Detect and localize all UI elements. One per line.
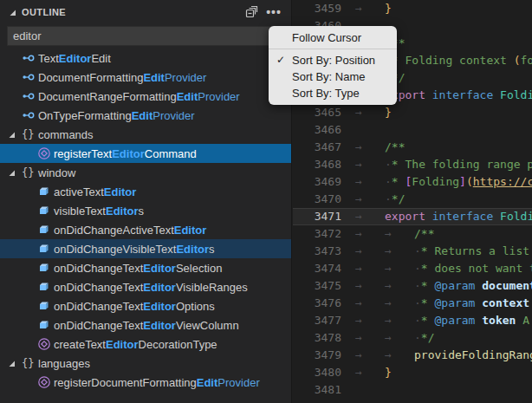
symbol-interface-icon	[22, 89, 38, 103]
more-actions-icon[interactable]: •••	[265, 4, 282, 20]
code-line-content: →→·* Returns a list of folding ranges or…	[355, 243, 532, 260]
menu-item-sort-by-name[interactable]: Sort By: Name	[269, 68, 397, 85]
tab-whitespace-icon: →	[355, 243, 385, 260]
tree-item-label: activeTextEditor	[54, 185, 136, 198]
tab-whitespace-icon: →	[355, 104, 385, 121]
menu-separator	[269, 49, 397, 49]
tree-item-ondidchangetexteditoroptions[interactable]: onDidChangeTextEditorOptions	[0, 296, 291, 315]
tree-item-ontypeformattingeditprovider[interactable]: OnTypeFormattingEditProvider	[0, 106, 291, 125]
code-line[interactable]: 3476→→·* @param context Additional	[293, 295, 532, 312]
code-line[interactable]: 3469→·* [Folding](https://code.visualstu…	[293, 173, 532, 191]
tab-whitespace-icon: →	[385, 347, 414, 364]
code-line[interactable]: 3467→/**	[293, 139, 532, 156]
symbol-method-icon	[37, 337, 54, 351]
symbol-namespace-icon: {}	[22, 166, 38, 179]
tree-item-createtexteditordecorationtype[interactable]: createTextEditorDecorationType	[0, 335, 291, 354]
outline-filter-input[interactable]	[7, 26, 284, 46]
code-line[interactable]: 3466	[293, 121, 532, 139]
tab-whitespace-icon: →	[355, 329, 385, 347]
tree-item-activetexteditor[interactable]: activeTextEditor	[0, 182, 291, 201]
symbol-field-icon	[37, 299, 54, 313]
collapse-all-icon[interactable]	[243, 4, 260, 20]
tree-item-documentformattingeditprovider[interactable]: DocumentFormattingEditProvider	[0, 68, 291, 87]
code-line[interactable]: 3473→→·* Returns a list of folding range…	[293, 243, 532, 260]
tree-item-window[interactable]: {}window	[0, 163, 291, 182]
code-line[interactable]: 3474→→·* does not want to participate or…	[293, 260, 532, 277]
tree-item-languages[interactable]: {}languages	[0, 354, 291, 373]
menu-item-sort-by-position[interactable]: ✓Sort By: Position	[269, 52, 397, 68]
line-number: 3471	[298, 208, 341, 225]
tab-whitespace-icon: →	[355, 208, 385, 225]
tab-whitespace-icon: →	[385, 277, 414, 295]
tree-item-ondidchangeactivetexteditor[interactable]: onDidChangeActiveTextEditor	[0, 220, 291, 239]
symbol-interface-icon	[22, 51, 38, 65]
tree-item-ondidchangevisibletexteditors[interactable]: onDidChangeVisibleTextEditors	[0, 239, 291, 258]
symbol-interface-icon	[22, 108, 38, 122]
menu-item-sort-by-type[interactable]: Sort By: Type	[269, 85, 397, 101]
tree-item-visibletexteditors[interactable]: visibleTextEditors	[0, 201, 291, 220]
code-line[interactable]: 3477→→·* @param token A cancellation	[293, 312, 532, 329]
code-line-content: →}	[355, 104, 392, 121]
tree-item-label: registerDocumentFormattingEditProvider	[54, 376, 260, 389]
tab-whitespace-icon: →	[355, 191, 385, 208]
symbol-method-icon	[37, 375, 54, 389]
tree-item-documentrangeformattingeditprovider[interactable]: DocumentRangeFormattingEditProvider	[0, 87, 291, 106]
tree-item-registerdocumentformattingeditprovider[interactable]: registerDocumentFormattingEditProvider	[0, 373, 291, 392]
twisty-expanded-icon[interactable]	[7, 359, 22, 367]
tree-item-registertexteditorcommand[interactable]: registerTextEditorCommand	[0, 144, 291, 163]
line-number: 3481	[298, 381, 341, 399]
code-line-content: →export interface FoldingRangeProvider {	[355, 208, 532, 225]
checkmark-icon: ✓	[276, 52, 285, 68]
section-twisty-icon[interactable]	[8, 8, 16, 16]
tree-item-ondidchangetexteditorselection[interactable]: onDidChangeTextEditorSelection	[0, 258, 291, 277]
tree-item-ondidchangetexteditorviewcolumn[interactable]: onDidChangeTextEditorViewColumn	[0, 315, 291, 335]
tree-item-label: TextEditorEdit	[38, 52, 111, 65]
line-number: 3466	[298, 121, 341, 139]
code-line-content: →→·*/	[355, 329, 434, 347]
symbol-field-icon	[37, 204, 54, 218]
symbol-namespace-icon: {}	[22, 357, 38, 369]
code-line[interactable]: 3479→→provideFoldingRanges(document: Tex…	[293, 347, 532, 364]
tree-item-label: onDidChangeVisibleTextEditors	[54, 243, 214, 256]
tab-whitespace-icon: →	[355, 312, 385, 329]
line-number: 3480	[298, 364, 341, 381]
tab-whitespace-icon: →	[385, 329, 414, 347]
line-number: 3474	[298, 260, 341, 277]
tab-whitespace-icon: →	[385, 295, 414, 312]
code-line-content: →→·* does not want to participate or was…	[355, 260, 532, 277]
code-line-current[interactable]: 3471→export interface FoldingRangeProvid…	[293, 208, 532, 225]
code-line-content: →·*/	[355, 191, 405, 208]
code-line[interactable]: 3472→→/**	[293, 225, 532, 243]
line-number: 3468	[298, 156, 341, 173]
line-number: 3478	[298, 329, 341, 347]
tree-item-texteditoredit[interactable]: TextEditorEdit	[0, 49, 291, 68]
twisty-expanded-icon[interactable]	[7, 168, 22, 177]
symbol-field-icon	[37, 223, 54, 237]
tab-whitespace-icon: →	[385, 225, 414, 243]
line-number: 3476	[298, 295, 341, 312]
code-line[interactable]: 3470→·*/	[293, 191, 532, 208]
tab-whitespace-icon: →	[355, 225, 385, 243]
line-number: 3467	[298, 139, 341, 156]
tree-item-ondidchangetexteditorvisibleranges[interactable]: onDidChangeTextEditorVisibleRanges	[0, 277, 291, 296]
code-line[interactable]: 3480→}	[293, 364, 532, 381]
tree-item-label: createTextEditorDecorationType	[54, 338, 217, 351]
tree-item-commands[interactable]: {}commands	[0, 125, 291, 144]
menu-item-follow-cursor[interactable]: Follow Cursor	[269, 29, 397, 46]
code-line[interactable]: 3459→}	[293, 0, 532, 17]
code-line-content: →/**	[355, 139, 405, 156]
code-line[interactable]: 3478→→·*/	[293, 329, 532, 347]
symbol-namespace-icon: {}	[22, 128, 38, 140]
code-line[interactable]: 3468→·* The folding range provider inter…	[293, 156, 532, 173]
code-line[interactable]: 3481	[293, 381, 532, 399]
tree-item-label: DocumentFormattingEditProvider	[38, 71, 206, 84]
line-number: 3473	[298, 243, 341, 260]
code-line[interactable]: 3475→→·* @param document The document	[293, 277, 532, 295]
tree-item-label: onDidChangeTextEditorSelection	[54, 262, 222, 275]
twisty-expanded-icon[interactable]	[7, 130, 22, 139]
symbol-field-icon	[37, 318, 54, 332]
code-line[interactable]: 3465→}	[293, 104, 532, 121]
tree-item-label: visibleTextEditors	[54, 205, 144, 218]
line-number: 3465	[298, 104, 341, 121]
outline-context-menu: Follow Cursor✓Sort By: PositionSort By: …	[269, 26, 397, 105]
